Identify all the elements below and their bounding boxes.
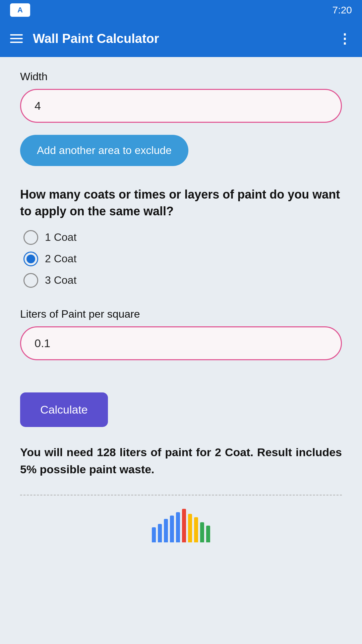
coat-label-3: 3 Coat [45, 274, 76, 286]
bar-item [152, 527, 156, 542]
bar-item [188, 514, 192, 542]
bar-item [158, 524, 162, 542]
coat-radio-group: 1 Coat 2 Coat 3 Coat [20, 230, 342, 288]
width-input[interactable] [20, 89, 342, 123]
app-bar: Wall Paint Calculator ⋮ [0, 20, 362, 57]
coat-radio-2[interactable] [23, 252, 38, 266]
status-bar: A 7:20 [0, 0, 362, 20]
bar-item [194, 517, 198, 542]
coat-radio-1[interactable] [23, 230, 38, 245]
coat-radio-3[interactable] [23, 273, 38, 288]
app-title: Wall Paint Calculator [33, 32, 328, 46]
hamburger-icon[interactable] [10, 34, 23, 43]
coat-option-1[interactable]: 1 Coat [23, 230, 342, 245]
bar-item [182, 509, 186, 542]
calculate-button[interactable]: Calculate [20, 392, 108, 427]
divider [20, 495, 342, 495]
bar-item [176, 512, 180, 542]
coat-question-text: How many coats or times or layers of pai… [20, 186, 342, 220]
bar-item [206, 526, 210, 542]
width-label: Width [20, 70, 342, 83]
liters-section: Liters of Paint per square [20, 308, 342, 372]
status-time: 7:20 [333, 4, 352, 16]
coat-label-1: 1 Coat [45, 231, 76, 244]
main-content: Width Add another area to exclude How ma… [0, 57, 362, 569]
coat-option-2[interactable]: 2 Coat [23, 252, 342, 266]
result-text: You will need 128 liters of paint for 2 … [20, 444, 342, 478]
coat-option-3[interactable]: 3 Coat [23, 273, 342, 288]
liters-input[interactable] [20, 326, 342, 360]
bottom-decoration [20, 509, 342, 549]
bar-item [200, 522, 204, 542]
add-area-button[interactable]: Add another area to exclude [20, 135, 188, 166]
bar-item [164, 519, 168, 542]
more-icon[interactable]: ⋮ [338, 31, 352, 46]
liters-label: Liters of Paint per square [20, 308, 342, 320]
app-icon: A [10, 3, 30, 17]
coat-label-2: 2 Coat [45, 253, 76, 265]
bar-item [170, 516, 174, 542]
coat-question-section: How many coats or times or layers of pai… [20, 186, 342, 288]
